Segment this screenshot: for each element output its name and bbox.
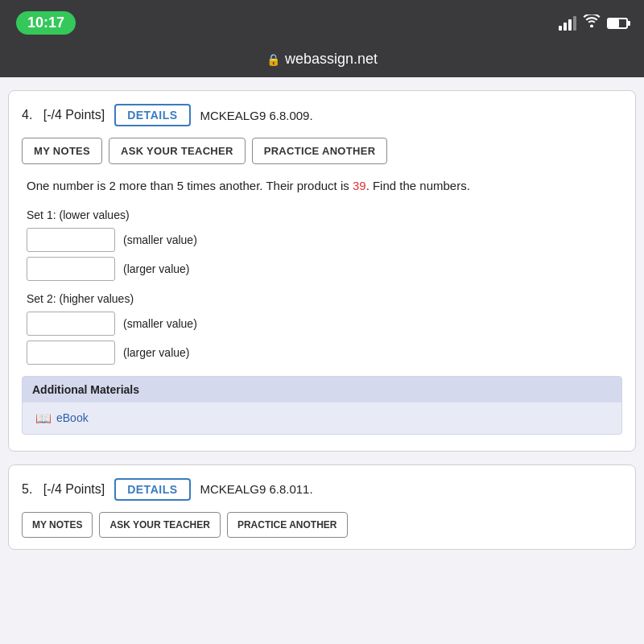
- set2-larger-input[interactable]: [27, 341, 115, 365]
- set1-smaller-input[interactable]: [27, 228, 115, 252]
- question-4-text: One number is 2 more than 5 times anothe…: [22, 177, 622, 196]
- question-4-card: 4. [-/4 Points] DETAILS MCKEALG9 6.8.009…: [8, 90, 636, 452]
- ebook-label: eBook: [56, 411, 89, 424]
- question-4-number: 4. [-/4 Points]: [22, 108, 105, 122]
- set2-section: Set 2: (higher values) (smaller value) (…: [22, 292, 622, 365]
- question-5-number: 5. [-/4 Points]: [22, 482, 105, 497]
- set1-larger-input[interactable]: [27, 257, 115, 281]
- set1-input2-row: (larger value): [27, 257, 622, 281]
- url-text: webassign.net: [285, 51, 378, 68]
- ebook-icon: 📖: [35, 411, 52, 426]
- question-5-details-button[interactable]: DETAILS: [114, 478, 190, 501]
- url-bar: 🔒 webassign.net: [0, 44, 644, 77]
- highlight-number: 39: [353, 179, 366, 192]
- question-5-ask-teacher-button[interactable]: ASK YOUR TEACHER: [99, 512, 220, 538]
- battery-icon: [607, 18, 628, 29]
- wifi-icon: [583, 14, 601, 31]
- question-5-header: 5. [-/4 Points] DETAILS MCKEALG9 6.8.011…: [22, 478, 622, 501]
- set1-label: Set 1: (lower values): [27, 208, 622, 221]
- question-5-my-notes-button[interactable]: MY NOTES: [22, 512, 93, 538]
- question-5-actions: MY NOTES ASK YOUR TEACHER PRACTICE ANOTH…: [22, 512, 622, 538]
- additional-materials-header: Additional Materials: [23, 377, 621, 402]
- question-4-header: 4. [-/4 Points] DETAILS MCKEALG9 6.8.009…: [22, 104, 622, 126]
- my-notes-button[interactable]: MY NOTES: [22, 138, 102, 164]
- question-4-details-button[interactable]: DETAILS: [114, 104, 190, 126]
- question-5-code: MCKEALG9 6.8.011.: [200, 482, 313, 496]
- set2-label: Set 2: (higher values): [27, 292, 622, 305]
- set2-smaller-input[interactable]: [27, 312, 115, 336]
- status-bar: 10:17: [0, 0, 644, 44]
- set1-larger-label: (larger value): [123, 262, 189, 275]
- set1-input1-row: (smaller value): [27, 228, 622, 252]
- set2-input1-row: (smaller value): [27, 312, 622, 336]
- additional-materials-body: 📖 eBook: [23, 402, 621, 434]
- question-4-code: MCKEALG9 6.8.009.: [200, 109, 313, 122]
- set2-larger-label: (larger value): [123, 346, 189, 359]
- ebook-link[interactable]: 📖 eBook: [35, 411, 609, 426]
- set1-smaller-label: (smaller value): [123, 233, 197, 246]
- ask-teacher-button[interactable]: ASK YOUR TEACHER: [109, 138, 246, 164]
- question-4-actions: MY NOTES ASK YOUR TEACHER PRACTICE ANOTH…: [22, 138, 622, 164]
- signal-bars-icon: [559, 16, 576, 31]
- lock-icon: 🔒: [266, 53, 280, 66]
- status-icons: [559, 14, 628, 31]
- set2-input2-row: (larger value): [27, 341, 622, 365]
- main-content: 4. [-/4 Points] DETAILS MCKEALG9 6.8.009…: [0, 77, 644, 563]
- question-5-practice-another-button[interactable]: PRACTICE ANOTHER: [227, 512, 348, 538]
- practice-another-button[interactable]: PRACTICE ANOTHER: [252, 138, 388, 164]
- additional-materials-section: Additional Materials 📖 eBook: [22, 376, 622, 435]
- status-time: 10:17: [16, 11, 76, 35]
- question-5-card: 5. [-/4 Points] DETAILS MCKEALG9 6.8.011…: [8, 464, 636, 550]
- set1-section: Set 1: (lower values) (smaller value) (l…: [22, 208, 622, 281]
- set2-smaller-label: (smaller value): [123, 317, 197, 330]
